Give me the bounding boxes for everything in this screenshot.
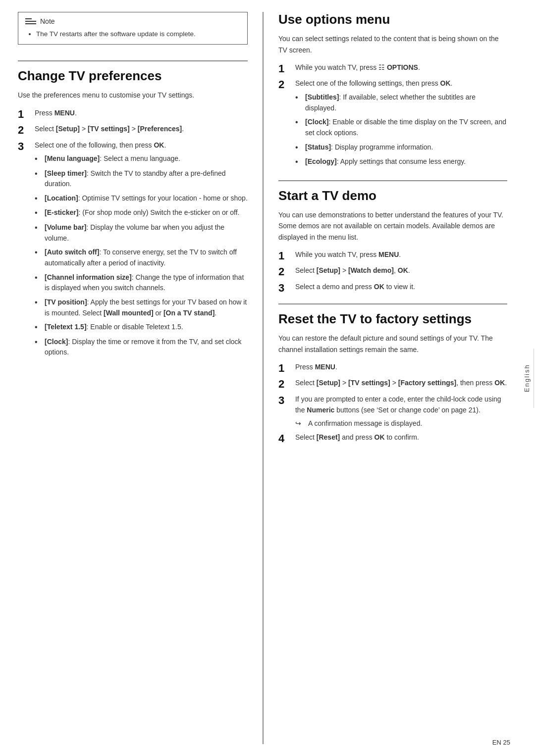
bullet-text: [Channel information size]: Change the t… — [45, 272, 248, 294]
note-icon-line3 — [25, 23, 36, 24]
step-content-1: Press MENU. — [35, 108, 248, 119]
reset-factory-steps: 1 Press MENU. 2 Select [Setup] > [TV set… — [278, 362, 507, 445]
bullet-text: [Clock]: Display the time or remove it f… — [45, 337, 248, 358]
bullet-sleep-timer: • [Sleep timer]: Switch the TV to standb… — [35, 168, 248, 190]
bullet-dot: • — [35, 222, 43, 233]
use-options-step-1: 1 While you watch TV, press ☷ OPTIONS. — [278, 62, 507, 75]
bullet-dot: • — [35, 297, 43, 308]
note-icon — [25, 18, 36, 24]
left-column: Note The TV restarts after the software … — [18, 12, 263, 744]
step-3: 3 Select one of the following, then pres… — [18, 140, 248, 362]
bullet-channel-info: • [Channel information size]: Change the… — [35, 272, 248, 294]
step-3-bullets: • [Menu language]: Select a menu languag… — [35, 153, 248, 358]
demo-step-2: 2 Select [Setup] > [Watch demo], OK. — [278, 265, 507, 278]
bullet-text: [Status]: Display programme information. — [305, 142, 507, 153]
use-options-title: Use options menu — [278, 12, 507, 27]
step-1: 1 Press MENU. — [18, 108, 248, 121]
bullet-dot: • — [295, 142, 303, 153]
bullet-dot: • — [35, 193, 43, 204]
step-content: If you are prompted to enter a code, ent… — [295, 394, 507, 429]
page-number: EN 25 — [492, 739, 510, 746]
reset-step-4: 4 Select [Reset] and press OK to confirm… — [278, 432, 507, 445]
step-num: 2 — [278, 78, 292, 91]
step-content: Select one of the following settings, th… — [295, 78, 507, 171]
bullet-menu-language: • [Menu language]: Select a menu languag… — [35, 153, 248, 164]
note-bullet: The TV restarts after the software updat… — [36, 29, 240, 39]
bullet-ecology: • [Ecology]: Apply settings that consume… — [295, 156, 507, 167]
step-2: 2 Select [Setup] > [TV settings] > [Pref… — [18, 124, 248, 137]
bullet-text: [Volume bar]: Display the volume bar whe… — [45, 222, 248, 244]
arrow-note-text: A confirmation message is displayed. — [308, 418, 422, 429]
bullet-volume-bar: • [Volume bar]: Display the volume bar w… — [35, 222, 248, 244]
note-icon-line2 — [25, 21, 36, 22]
start-tv-demo-desc: You can use demonstrations to better und… — [278, 209, 507, 243]
bullet-e-sticker: • [E-sticker]: (For shop mode only) Swit… — [35, 207, 248, 218]
main-content: Note The TV restarts after the software … — [0, 0, 519, 756]
bullet-clock: • [Clock]: Display the time or remove it… — [35, 337, 248, 358]
step-num-3: 3 — [18, 140, 32, 153]
bullet-auto-switch-off: • [Auto switch off]: To conserve energy,… — [35, 247, 248, 268]
reset-factory-desc: You can restore the default picture and … — [278, 333, 507, 355]
section-divider-1 — [18, 60, 248, 61]
bullet-text: [Ecology]: Apply settings that consume l… — [305, 156, 507, 167]
step-num-2: 2 — [18, 124, 32, 137]
step-content: Press MENU. — [295, 362, 507, 373]
bullet-location: • [Location]: Optimise TV settings for y… — [35, 193, 248, 204]
arrow-note: ↪ A confirmation message is displayed. — [295, 418, 507, 429]
step-content: Select [Reset] and press OK to confirm. — [295, 432, 507, 443]
arrow-symbol: ↪ — [295, 418, 306, 429]
step-num: 2 — [278, 265, 292, 278]
bullet-text: [Teletext 1.5]: Enable or disable Telete… — [45, 322, 248, 333]
step-num: 1 — [278, 250, 292, 262]
change-tv-prefs-title: Change TV preferences — [18, 68, 248, 84]
step-num: 2 — [278, 378, 292, 391]
bullet-dot: • — [35, 272, 43, 283]
reset-factory-title: Reset the TV to factory settings — [278, 311, 507, 327]
use-options-desc: You can select settings related to the c… — [278, 33, 507, 55]
demo-step-3: 3 Select a demo and press OK to view it. — [278, 282, 507, 295]
section-divider-2 — [278, 180, 507, 181]
reset-step-2: 2 Select [Setup] > [TV settings] > [Fact… — [278, 378, 507, 391]
step-num: 3 — [278, 394, 292, 407]
bullet-dot: • — [35, 247, 43, 258]
bullet-text: [Clock]: Enable or disable the time disp… — [305, 117, 507, 138]
step-num-1: 1 — [18, 108, 32, 121]
bullet-dot: • — [295, 156, 303, 167]
demo-step-1: 1 While you watch TV, press MENU. — [278, 250, 507, 262]
right-column: Use options menu You can select settings… — [263, 12, 507, 744]
use-options-bullets: • [Subtitles]: If available, select whet… — [295, 92, 507, 168]
page-container: English Note The TV restarts after the s… — [0, 0, 535, 756]
bullet-subtitles: • [Subtitles]: If available, select whet… — [295, 92, 507, 113]
bullet-text: [Subtitles]: If available, select whethe… — [305, 92, 507, 113]
step-content: Select [Setup] > [Watch demo], OK. — [295, 265, 507, 276]
step-content: Select a demo and press OK to view it. — [295, 282, 507, 293]
bullet-text: [TV position]: Apply the best settings f… — [45, 297, 248, 318]
bullet-text: [Sleep timer]: Switch the TV to standby … — [45, 168, 248, 190]
step-content-3: Select one of the following, then press … — [35, 140, 248, 362]
note-body: The TV restarts after the software updat… — [25, 29, 240, 39]
bullet-clock-opt: • [Clock]: Enable or disable the time di… — [295, 117, 507, 138]
bullet-text: [E-sticker]: (For shop mode only) Switch… — [45, 207, 248, 218]
note-title: Note — [40, 17, 55, 25]
step-content: While you watch TV, press ☷ OPTIONS. — [295, 62, 507, 73]
note-box: Note The TV restarts after the software … — [18, 12, 248, 45]
bullet-dot: • — [35, 322, 43, 333]
bullet-text: [Menu language]: Select a menu language. — [45, 153, 248, 164]
page-footer: EN 25 — [492, 739, 510, 746]
bullet-dot: • — [35, 168, 43, 179]
step-num: 3 — [278, 282, 292, 295]
reset-step-3: 3 If you are prompted to enter a code, e… — [278, 394, 507, 429]
step-num: 1 — [278, 362, 292, 375]
bullet-dot: • — [35, 153, 43, 164]
step-num: 4 — [278, 432, 292, 445]
note-header: Note — [25, 17, 240, 25]
step-content: Select [Setup] > [TV settings] > [Factor… — [295, 378, 507, 389]
change-tv-prefs-steps: 1 Press MENU. 2 Select [Setup] > [TV set… — [18, 108, 248, 361]
bullet-teletext: • [Teletext 1.5]: Enable or disable Tele… — [35, 322, 248, 333]
note-icon-line1 — [25, 18, 32, 19]
side-tab: English — [519, 0, 535, 756]
step-num: 1 — [278, 62, 292, 75]
use-options-step-2: 2 Select one of the following settings, … — [278, 78, 507, 171]
bullet-status: • [Status]: Display programme informatio… — [295, 142, 507, 153]
use-options-steps: 1 While you watch TV, press ☷ OPTIONS. 2… — [278, 62, 507, 171]
